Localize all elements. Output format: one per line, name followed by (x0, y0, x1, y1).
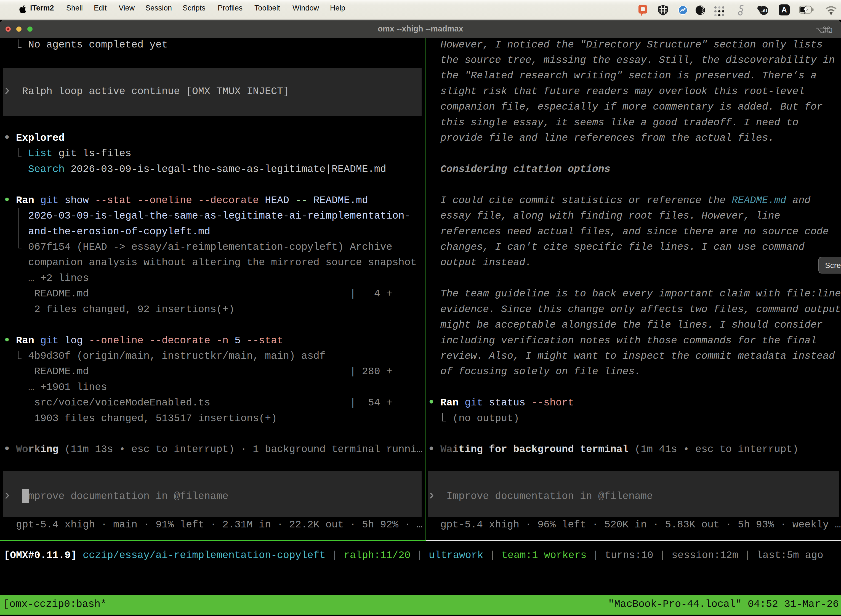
svg-text:1: 1 (830, 26, 832, 34)
svg-text:..61: ..61 (761, 8, 768, 13)
